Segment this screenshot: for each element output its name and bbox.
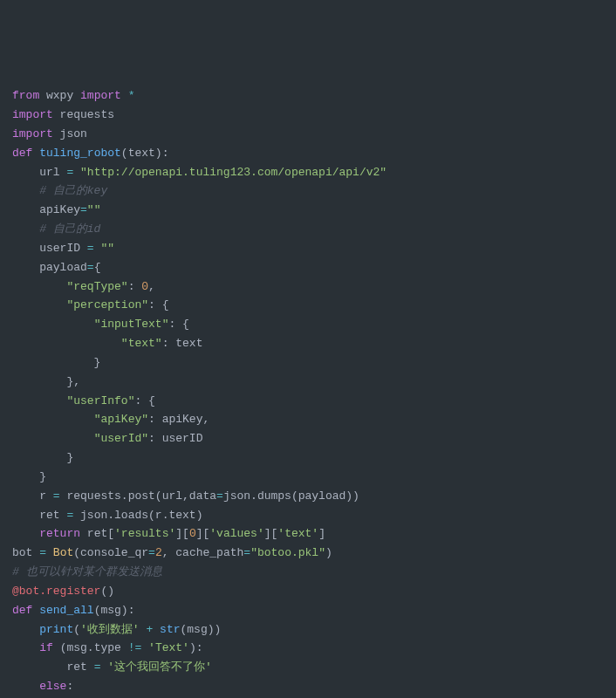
code-token: =: [243, 546, 250, 559]
code-token: [12, 184, 39, 197]
code-token: }: [12, 356, 100, 369]
code-token: [12, 318, 94, 331]
code-token: ][: [264, 527, 278, 540]
code-line: }: [12, 353, 604, 373]
code-token: [12, 298, 66, 311]
code-line: def send_all(msg):: [12, 601, 604, 620]
code-token: : {: [134, 394, 154, 407]
code-token: {: [94, 261, 101, 274]
code-token: : userID: [148, 432, 202, 445]
code-token: [12, 413, 94, 426]
code-token: def: [12, 604, 32, 617]
code-token: [12, 680, 39, 693]
code-token: [12, 432, 94, 445]
code-line: apiKey="": [12, 201, 604, 220]
code-line: "reqType": 0,: [12, 277, 604, 297]
code-line: import json: [12, 125, 604, 144]
code-token: }: [12, 470, 46, 483]
code-token: ):: [189, 641, 203, 654]
code-token: "apiKey": [94, 413, 148, 426]
code-token: !=: [128, 641, 142, 654]
code-line: }: [12, 468, 604, 487]
code-token: '收到数据': [80, 623, 140, 636]
code-token: ret[: [80, 527, 114, 540]
code-token: if: [39, 641, 53, 654]
code-token: , cache_path: [162, 546, 244, 559]
code-token: [121, 89, 128, 102]
code-token: [46, 546, 53, 559]
code-line: }: [12, 448, 604, 468]
code-line: from wxpy import *: [12, 86, 604, 106]
code-token: (: [73, 623, 80, 636]
code-line: userID = "": [12, 239, 604, 258]
code-token: [153, 623, 160, 636]
code-token: import: [80, 89, 121, 102]
code-token: 'Text': [148, 641, 189, 654]
code-token: requests.post(url,data: [60, 489, 216, 503]
code-token: 'text': [277, 527, 318, 540]
code-token: return: [39, 527, 80, 540]
code-line: return ret['results'][0]['values']['text…: [12, 524, 604, 544]
code-line: "text": text: [12, 334, 604, 353]
code-line: },: [12, 373, 604, 392]
code-token: }: [12, 451, 73, 464]
code-line: bot = Bot(console_qr=2, cache_path="boto…: [12, 544, 604, 563]
code-token: *: [128, 89, 135, 102]
code-token: : text: [162, 337, 203, 350]
code-token: "perception": [66, 298, 148, 311]
code-line: @bot.register(): [12, 582, 604, 601]
code-token: : {: [148, 298, 168, 311]
code-token: "userId": [94, 432, 148, 445]
code-token: "botoo.pkl": [250, 546, 325, 559]
code-token: tuling_robot: [39, 147, 121, 160]
code-line: def tuling_robot(text):: [12, 144, 604, 163]
code-token: =: [87, 261, 94, 274]
code-token: requests: [53, 108, 114, 121]
code-token: (): [100, 585, 114, 598]
code-token: ret: [12, 660, 94, 674]
code-token: else: [39, 680, 66, 693]
code-token: import: [12, 127, 53, 140]
code-token: [12, 337, 121, 350]
code-token: "": [87, 203, 101, 216]
code-token: import: [12, 108, 53, 121]
code-token: ret: [12, 509, 66, 522]
code-token: [12, 641, 39, 654]
code-token: =: [53, 489, 60, 503]
code-line: print('收到数据' + str(msg)): [12, 620, 604, 640]
code-token: [141, 641, 148, 654]
code-line: if (msg.type != 'Text'):: [12, 639, 604, 658]
code-token: ][: [175, 527, 189, 540]
code-block: from wxpy import *import requestsimport …: [12, 86, 604, 698]
code-token: [12, 623, 39, 636]
code-token: r: [12, 489, 53, 503]
code-token: 'results': [114, 527, 175, 540]
code-token: (msg):: [94, 604, 135, 617]
code-token: 0: [141, 280, 148, 293]
code-token: (text):: [121, 147, 169, 160]
code-token: # 自己的id: [39, 222, 100, 236]
code-token: json: [53, 127, 87, 140]
code-token: 0: [189, 527, 196, 540]
code-token: :: [128, 280, 142, 293]
code-token: userID: [12, 242, 87, 255]
code-token: 2: [155, 546, 162, 559]
code-token: '这个我回答不了你': [107, 660, 212, 674]
code-token: =: [80, 203, 87, 216]
code-token: [12, 394, 66, 407]
code-line: "userId": userID: [12, 429, 604, 448]
code-token: Bot: [53, 546, 73, 559]
code-token: from: [12, 89, 39, 102]
code-line: r = requests.post(url,data=json.dumps(pa…: [12, 487, 604, 506]
code-token: },: [12, 375, 80, 388]
code-token: =: [39, 546, 46, 559]
code-token: bot: [12, 546, 39, 559]
code-token: @bot.register: [12, 585, 100, 598]
code-token: [12, 527, 39, 540]
code-token: : {: [168, 318, 188, 331]
code-token: [12, 222, 39, 236]
code-token: ): [325, 546, 332, 559]
code-token: ]: [318, 527, 325, 540]
code-token: 'values': [209, 527, 264, 540]
code-line: "perception": {: [12, 296, 604, 315]
